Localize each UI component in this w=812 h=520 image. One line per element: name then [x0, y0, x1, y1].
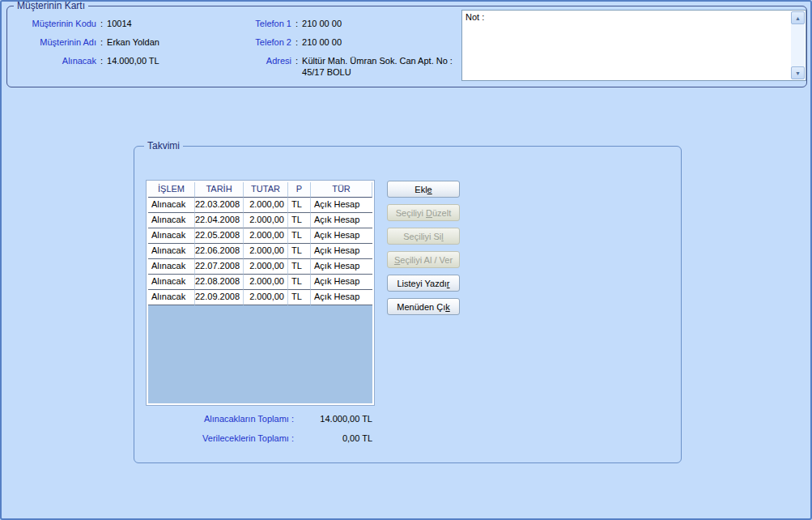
seciliyi-al-ver-button: Seçiliyi Al / Ver	[387, 251, 460, 268]
cell-tarih: 22.08.2008	[195, 275, 244, 290]
listeyi-yazdir-button[interactable]: Listeyi Yazdır	[387, 275, 460, 292]
cell-p: TL	[288, 275, 311, 290]
button-label-pre: Ekl	[415, 185, 427, 194]
column-header-tur: TÜR	[311, 182, 372, 198]
column-header-tutar: TUTAR	[244, 182, 288, 198]
cell-tur: Açık Hesap	[311, 275, 372, 290]
payables-total-label: Verileceklerin Toplamı :	[147, 433, 294, 443]
cell-p: TL	[288, 244, 311, 259]
menuden-cik-button[interactable]: Menüden Çık	[387, 298, 460, 315]
payables-total-value: 0,00 TL	[278, 433, 372, 443]
customer-code-value: 10014	[107, 18, 132, 29]
cell-p: TL	[288, 213, 311, 228]
column-header-p: P	[288, 182, 311, 198]
button-mnemonic: e	[427, 185, 432, 194]
column-header-tarih: TARİH	[195, 182, 244, 198]
cell-islem: Alınacak	[148, 275, 195, 290]
receivables-total-value: 14.000,00 TL	[278, 414, 372, 424]
column-header-islem: İŞLEM	[148, 182, 195, 198]
customer-code-label: Müşterinin Kodu	[14, 18, 96, 29]
cell-tur: Açık Hesap	[311, 290, 372, 305]
app-window: Müşterinin Kartı Müşterinin Kodu:10014 M…	[0, 0, 812, 520]
note-textarea[interactable]: Not : ▲ ▼	[461, 10, 806, 81]
cell-p: TL	[288, 198, 311, 213]
cell-islem: Alınacak	[148, 213, 195, 228]
field-phone2: Telefon 2:210 00 00	[205, 36, 342, 48]
customer-name-label: Müşterinin Adı	[14, 36, 96, 48]
cell-tarih: 22.04.2008	[195, 213, 244, 228]
field-phone1: Telefon 1:210 00 00	[205, 18, 342, 29]
seciliyi-sil-button: Seçiliyi Sil	[387, 228, 460, 245]
cell-tarih: 22.06.2008	[195, 244, 244, 259]
cell-islem: Alınacak	[148, 198, 195, 213]
customer-card-groupbox: Müşterinin Kartı Müşterinin Kodu:10014 M…	[6, 6, 807, 87]
table-empty-area	[148, 305, 372, 403]
button-label-pre: Menüden Çı	[397, 302, 445, 312]
button-mnemonic: l	[441, 232, 443, 241]
scroll-up-icon[interactable]: ▲	[791, 11, 805, 24]
button-label-post: eçiliyi Al / Ver	[400, 255, 453, 265]
note-scrollbar[interactable]: ▲ ▼	[791, 11, 805, 79]
phone1-label: Telefon 1	[205, 18, 291, 29]
cell-tutar: 2.000,00	[244, 198, 288, 213]
receivable-value: 14.000,00 TL	[107, 55, 159, 66]
field-customer-code: Müşterinin Kodu:10014	[14, 18, 132, 29]
receivable-label: Alınacak	[14, 55, 96, 66]
button-label-pre: Seçiliyi	[396, 208, 426, 218]
colon-separator: :	[100, 36, 103, 48]
cell-p: TL	[288, 259, 311, 275]
cell-tutar: 2.000,00	[244, 290, 288, 305]
note-text: Not :	[466, 12, 789, 22]
table-header-row: İŞLEM TARİH TUTAR P TÜR	[148, 182, 372, 198]
table-row[interactable]: Alınacak 22.06.2008 2.000,00 TL Açık Hes…	[148, 244, 372, 259]
cell-tarih: 22.07.2008	[195, 259, 244, 275]
cell-islem: Alınacak	[148, 259, 195, 275]
table-row[interactable]: Alınacak 22.07.2008 2.000,00 TL Açık Hes…	[148, 259, 372, 275]
cell-tutar: 2.000,00	[244, 213, 288, 228]
colon-separator: :	[100, 18, 103, 29]
table-row[interactable]: Alınacak 22.08.2008 2.000,00 TL Açık Hes…	[148, 275, 372, 290]
cell-tutar: 2.000,00	[244, 275, 288, 290]
cell-p: TL	[288, 228, 311, 244]
button-mnemonic: D	[426, 208, 432, 218]
cell-tarih: 22.09.2008	[195, 290, 244, 305]
cell-islem: Alınacak	[148, 228, 195, 244]
button-mnemonic: r	[447, 279, 450, 288]
button-mnemonic: k	[445, 302, 450, 312]
phone2-label: Telefon 2	[205, 36, 291, 48]
colon-separator: :	[100, 55, 103, 66]
ekle-button[interactable]: Ekle	[387, 181, 460, 198]
table-row[interactable]: Alınacak 22.03.2008 2.000,00 TL Açık Hes…	[148, 198, 372, 213]
cell-tutar: 2.000,00	[244, 244, 288, 259]
phone1-value: 210 00 00	[302, 18, 342, 29]
table-row[interactable]: Alınacak 22.09.2008 2.000,00 TL Açık Hes…	[148, 290, 372, 305]
cell-tutar: 2.000,00	[244, 228, 288, 244]
cell-p: TL	[288, 290, 311, 305]
cell-tur: Açık Hesap	[311, 228, 372, 244]
cell-tur: Açık Hesap	[311, 244, 372, 259]
receivables-total-label: Alınacakların Toplamı :	[147, 414, 294, 424]
scroll-down-icon[interactable]: ▼	[791, 66, 805, 79]
field-customer-name: Müşterinin Adı:Erkan Yoldan	[14, 36, 159, 48]
field-address: Adresi:Kültür Mah. Ümran Sok. Can Apt. N…	[205, 55, 470, 78]
phone2-value: 210 00 00	[302, 36, 342, 48]
cell-tur: Açık Hesap	[311, 198, 372, 213]
schedule-groupbox: Takvimi İŞLEM TARİH TUTAR P TÜR Alınacak…	[134, 146, 682, 463]
field-receivable: Alınacak:14.000,00 TL	[14, 55, 159, 66]
customer-card-title: Müşterinin Kartı	[14, 0, 88, 11]
table-row[interactable]: Alınacak 22.04.2008 2.000,00 TL Açık Hes…	[148, 213, 372, 228]
button-label-post: üzelt	[432, 208, 451, 218]
table-row[interactable]: Alınacak 22.05.2008 2.000,00 TL Açık Hes…	[148, 228, 372, 244]
schedule-title: Takvimi	[144, 140, 183, 151]
colon-separator: :	[295, 18, 298, 29]
cell-islem: Alınacak	[148, 290, 195, 305]
colon-separator: :	[295, 55, 298, 66]
schedule-table[interactable]: İŞLEM TARİH TUTAR P TÜR Alınacak 22.03.2…	[147, 181, 374, 405]
cell-tutar: 2.000,00	[244, 259, 288, 275]
address-value: Kültür Mah. Ümran Sok. Can Apt. No : 45/…	[302, 55, 470, 78]
customer-name-value: Erkan Yoldan	[107, 36, 159, 48]
button-label-pre: Listeyi Yazdı	[397, 279, 446, 288]
cell-islem: Alınacak	[148, 244, 195, 259]
button-label-pre: Seçiliyi Si	[403, 232, 441, 241]
address-label: Adresi	[205, 55, 291, 66]
